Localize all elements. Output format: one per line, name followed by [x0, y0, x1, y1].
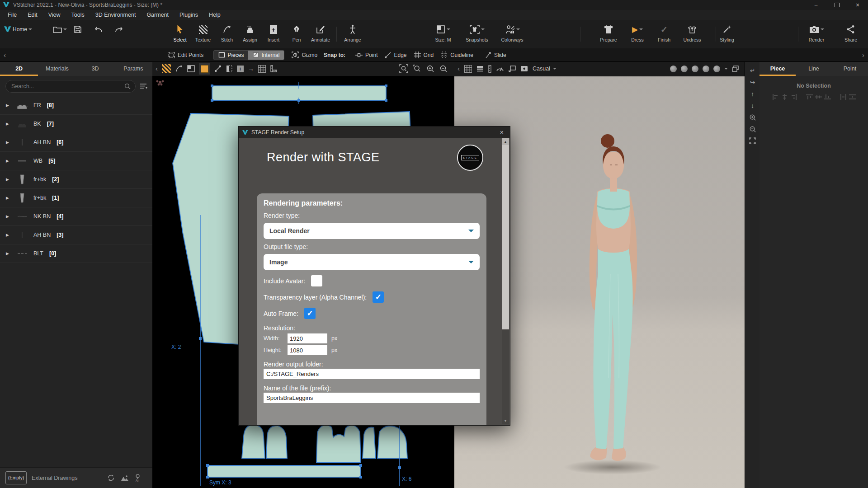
- snapshots-button[interactable]: Snapshots: [465, 24, 489, 42]
- pieces-toggle[interactable]: Pieces: [214, 51, 248, 60]
- tool-assign[interactable]: Assign: [238, 24, 262, 42]
- dialog-title-bar[interactable]: STAGE Render Setup: [239, 127, 510, 138]
- tree-row-bk[interactable]: BK [7]: [0, 115, 152, 133]
- tree-row-frbk2[interactable]: fr+bk [2]: [0, 170, 152, 189]
- ruler-tool-icon[interactable]: [270, 65, 277, 72]
- dialog-scrollbar[interactable]: [502, 138, 509, 424]
- menu-3d-environment[interactable]: 3D Environment: [90, 12, 142, 18]
- expander-icon[interactable]: [6, 122, 11, 126]
- collapse-right-icon[interactable]: [862, 51, 864, 59]
- transparency-checkbox[interactable]: [373, 291, 384, 303]
- prepare-button[interactable]: Prepare: [596, 24, 621, 42]
- 3d-grid-icon[interactable]: [464, 65, 472, 73]
- align-center-icon[interactable]: [781, 94, 788, 100]
- search-input[interactable]: [10, 83, 122, 90]
- collapse-left-icon[interactable]: [4, 51, 6, 59]
- gauge-icon[interactable]: [496, 66, 504, 72]
- scroll-up-button[interactable]: [502, 138, 509, 145]
- info-tool-icon[interactable]: [237, 66, 244, 72]
- bra-side-piece[interactable]: [363, 427, 376, 458]
- redirect-icon[interactable]: [750, 79, 755, 86]
- size-selector[interactable]: Size: M: [431, 24, 455, 42]
- menu-help[interactable]: Help: [203, 12, 226, 18]
- dialog-close-button[interactable]: [497, 129, 506, 136]
- expander-icon[interactable]: [6, 177, 11, 182]
- scroll-down-button[interactable]: [502, 418, 509, 424]
- avatar-view-icon[interactable]: [692, 66, 698, 72]
- snap-guideline-toggle[interactable]: Guideline: [441, 52, 473, 58]
- zoom-fit-icon[interactable]: [399, 64, 408, 73]
- expander-icon[interactable]: [6, 214, 11, 219]
- menu-file[interactable]: File: [2, 12, 22, 18]
- align-right-icon[interactable]: [790, 94, 797, 100]
- filter-menu-icon[interactable]: [140, 83, 148, 89]
- tool-annotate[interactable]: Annotate: [308, 24, 333, 42]
- home-button[interactable]: Home: [4, 24, 32, 35]
- snap-edge-toggle[interactable]: Edge: [385, 52, 406, 58]
- collapse-sidebar-icon[interactable]: [156, 65, 158, 73]
- cascade-windows-icon[interactable]: [732, 66, 739, 72]
- link-tool-icon[interactable]: [214, 65, 222, 72]
- menu-edit[interactable]: Edit: [22, 12, 43, 18]
- menu-garment[interactable]: Garment: [141, 12, 174, 18]
- align-left-icon[interactable]: [772, 94, 779, 100]
- zoom-selection-icon[interactable]: [413, 65, 421, 73]
- tab-params[interactable]: Params: [114, 61, 152, 76]
- expander-icon[interactable]: [6, 196, 11, 200]
- menu-tools[interactable]: Tools: [66, 12, 90, 18]
- bra-cup-piece[interactable]: [242, 425, 265, 458]
- bra-cup-piece[interactable]: [266, 426, 287, 458]
- menu-view[interactable]: View: [43, 12, 66, 18]
- tool-arrange[interactable]: Arrange: [340, 24, 365, 42]
- tree-row-ahbn3[interactable]: AH BN [3]: [0, 226, 152, 244]
- sync-icon[interactable]: [107, 474, 115, 482]
- internal-toggle[interactable]: Internal: [248, 51, 284, 60]
- render-type-dropdown[interactable]: Local Render: [264, 223, 480, 239]
- align-middle-icon[interactable]: [815, 94, 822, 100]
- avatar-view-icon[interactable]: [670, 66, 677, 72]
- width-input[interactable]: [288, 333, 327, 343]
- measure-ruler-icon[interactable]: [488, 65, 491, 73]
- close-button[interactable]: [847, 0, 868, 10]
- tab-2d[interactable]: 2D: [0, 61, 38, 76]
- fabric-tool-icon[interactable]: [162, 64, 171, 73]
- grid-tool-icon[interactable]: [258, 65, 266, 73]
- needle-tool-icon[interactable]: [175, 65, 183, 73]
- edit-points-toggle[interactable]: Edit Points: [168, 52, 203, 58]
- ground-shadow-icon[interactable]: [476, 66, 484, 72]
- chevron-down-icon[interactable]: [724, 68, 728, 71]
- tab-line[interactable]: Line: [796, 61, 832, 76]
- finish-button[interactable]: Finish: [652, 24, 676, 42]
- render-button[interactable]: Render: [804, 24, 829, 42]
- arrow-tool-icon[interactable]: [248, 65, 254, 73]
- maximize-button[interactable]: [826, 0, 847, 10]
- file-prefix-input[interactable]: [264, 393, 480, 403]
- auto-frame-checkbox[interactable]: [304, 308, 316, 319]
- fill-tool-selected[interactable]: [199, 63, 210, 75]
- tab-point[interactable]: Point: [832, 61, 868, 76]
- redo-button[interactable]: [106, 24, 131, 35]
- expand-view-icon[interactable]: [749, 137, 756, 144]
- tool-texture[interactable]: Texture: [191, 24, 215, 42]
- snap-point-toggle[interactable]: Point: [355, 52, 377, 58]
- expander-icon[interactable]: [6, 251, 11, 256]
- tab-3d[interactable]: 3D: [76, 61, 114, 76]
- collapse-2d-icon[interactable]: [458, 65, 460, 73]
- align-top-icon[interactable]: [806, 94, 813, 100]
- avatar-view-icon[interactable]: [713, 66, 720, 72]
- output-type-dropdown[interactable]: Image: [264, 254, 480, 270]
- zoom-out-icon[interactable]: [749, 126, 756, 133]
- scroll-thumb[interactable]: [502, 145, 509, 329]
- tree-row-blt[interactable]: BLT [0]: [0, 244, 152, 263]
- colorways-button[interactable]: Colorways: [500, 24, 524, 42]
- tool-stitch[interactable]: Stitch: [215, 24, 239, 42]
- tree-row-nkbn[interactable]: NK BN [4]: [0, 207, 152, 226]
- tool-pen[interactable]: Pen: [284, 24, 309, 42]
- snap-grid-toggle[interactable]: Grid: [414, 52, 434, 58]
- screen-capture-icon[interactable]: [509, 66, 516, 72]
- include-avatar-checkbox[interactable]: [311, 275, 322, 286]
- return-icon[interactable]: [750, 67, 755, 74]
- distribute-horizontal-icon[interactable]: [840, 94, 847, 100]
- distribute-vertical-icon[interactable]: [849, 94, 856, 100]
- arrow-up-icon[interactable]: [751, 90, 754, 98]
